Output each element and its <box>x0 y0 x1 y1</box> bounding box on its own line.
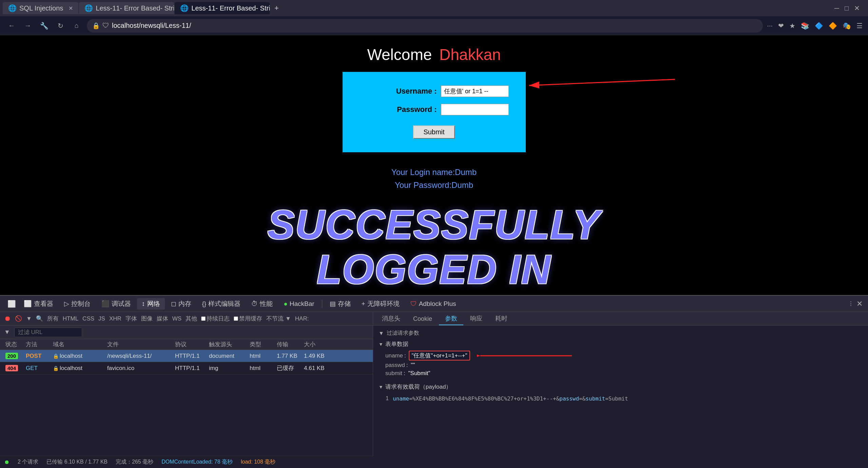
network-column-headers: 状态 方法 域名 文件 协议 触发源头 类型 传输 大小 <box>0 339 373 350</box>
col-file: 文件 <box>104 340 172 348</box>
tools-button[interactable]: 🔧 <box>38 20 50 32</box>
devtools-inspector[interactable]: ⬜ 查看器 <box>19 298 58 310</box>
url-filter-input[interactable] <box>14 328 82 337</box>
uname-key: uname <box>385 352 403 359</box>
tab-response[interactable]: 响应 <box>464 312 488 325</box>
domain-2: 🔒localhost <box>50 365 104 372</box>
tab-less11-1[interactable]: 🌐 Less-11- Error Based- String ✕ <box>79 2 174 14</box>
username-label: Username : <box>389 87 437 96</box>
filter-params-icon: ▼ <box>379 330 384 336</box>
maximize-button[interactable]: □ <box>845 4 849 12</box>
devtools-debugger[interactable]: ⬛ 调试器 <box>97 298 136 310</box>
menu-button[interactable]: ☰ <box>856 22 863 30</box>
record-button[interactable]: ⏺ <box>4 315 11 323</box>
password-input[interactable] <box>441 104 509 115</box>
refresh-button[interactable]: ↻ <box>54 20 66 32</box>
devtools-inspect-button[interactable]: ⬜ <box>5 298 18 310</box>
proto-1: HTTP/1.1 <box>172 353 206 359</box>
devtools-memory[interactable]: ◻ 内存 <box>166 298 196 310</box>
status-requests: 2 个请求 <box>18 459 38 466</box>
tab-timing[interactable]: 耗时 <box>489 312 514 325</box>
payload-text: uname=%XE4%BB%BB%E6%84%8F%E5%80%BC%27+or… <box>393 395 628 402</box>
network-row-post[interactable]: 200 POST 🔒localhost /newsqli/Less-11/ HT… <box>0 350 373 362</box>
file-1: /newsqli/Less-11/ <box>104 353 172 359</box>
welcome-red: Dhakkan <box>439 46 501 63</box>
uname-value: "任意值"+or+1=1+--+" <box>409 351 470 360</box>
accessibility-icon: + <box>362 300 365 308</box>
devtools-accessibility[interactable]: + 无障碍环境 <box>357 298 404 310</box>
extension2-icon[interactable]: 🔶 <box>829 22 837 30</box>
hackbar-icon: ● <box>284 300 287 308</box>
forward-button[interactable]: → <box>22 20 34 32</box>
address-bar[interactable]: 🔒 🛡 localhost/newsqli/Less-11/ <box>87 19 763 33</box>
performance-icon: ⏱ <box>251 300 258 308</box>
devtools-close-button[interactable]: ✕ <box>856 299 863 308</box>
more-button[interactable]: ··· <box>767 22 773 30</box>
tab-close-sql[interactable]: ✕ <box>69 5 73 12</box>
tab-less11-2[interactable]: 🌐 Less-11- Error Based- String ✕ <box>175 2 270 14</box>
tab-icon: 🌐 <box>180 4 189 12</box>
url-text: localhost/newsqli/Less-11/ <box>112 22 191 30</box>
uname-row: uname : "任意值"+or+1=1+--+" <box>379 350 863 361</box>
tab-icon: 🌐 <box>8 4 17 12</box>
devtools-performance[interactable]: ⏱ 性能 <box>247 298 277 310</box>
col-transfer: 传输 <box>274 340 301 348</box>
devtools-console[interactable]: ▷ 控制台 <box>59 298 95 310</box>
devtools-right-controls: ⋮ ✕ <box>848 299 863 308</box>
search-icon[interactable]: 🔍 <box>36 315 43 322</box>
devtools-style-editor[interactable]: {} 样式编辑器 <box>197 298 246 310</box>
extension3-icon[interactable]: 🎭 <box>843 22 851 30</box>
pocket-icon[interactable]: ❤ <box>778 22 784 30</box>
new-tab-button[interactable]: + <box>270 2 283 14</box>
devtools-storage[interactable]: ▤ 存储 <box>325 298 355 310</box>
tab-bar: 🌐 SQL Injections ✕ 🌐 Less-11- Error Base… <box>0 0 868 16</box>
bookmark-icon[interactable]: ★ <box>789 22 795 30</box>
form-data-section-header[interactable]: ▼ 表单数据 <box>379 340 863 348</box>
browser-chrome: 🌐 SQL Injections ✕ 🌐 Less-11- Error Base… <box>0 0 868 35</box>
clear-button[interactable]: 🚫 <box>15 315 22 322</box>
back-button[interactable]: ← <box>5 20 18 32</box>
devtools-panel: ⬜ ⬜ 查看器 ▷ 控制台 ⬛ 调试器 ↕ 网络 ◻ 内存 {} 样式编辑器 ⏱… <box>0 295 868 468</box>
devtools-options-button[interactable]: ⋮ <box>848 300 854 307</box>
filter-icon: ▼ <box>4 329 10 336</box>
library-icon[interactable]: 📚 <box>801 22 809 30</box>
section-arrow: ▼ <box>379 342 383 347</box>
tab-headers[interactable]: 消息头 <box>376 312 406 325</box>
devtools-adblock[interactable]: 🛡 Adblock Plus <box>406 299 461 309</box>
status-dom: DOMContentLoaded: 78 毫秒 <box>161 459 233 466</box>
col-domain: 域名 <box>50 340 104 348</box>
close-button[interactable]: ✕ <box>854 4 860 12</box>
tab-sql-injections[interactable]: 🌐 SQL Injections ✕ <box>3 2 78 14</box>
payload-section-header[interactable]: ▼ 请求有效载荷（payload） <box>379 383 863 391</box>
extension1-icon[interactable]: 🔷 <box>815 22 823 30</box>
style-icon: {} <box>202 300 207 308</box>
username-row: Username : <box>360 85 509 97</box>
login-form: Username : Password : Submit <box>343 72 526 152</box>
nav-bar: ← → 🔧 ↻ ⌂ 🔒 🛡 localhost/newsqli/Less-11/… <box>0 16 868 35</box>
submit-button[interactable]: Submit <box>413 125 455 139</box>
home-button[interactable]: ⌂ <box>71 20 83 32</box>
payload-arrow: ▼ <box>379 384 383 390</box>
username-input[interactable] <box>441 85 509 97</box>
size-2: 4.61 KB <box>301 365 328 372</box>
debugger-icon: ⬛ <box>101 300 110 308</box>
method-get: GET <box>23 365 50 372</box>
circle-icon: ⏺ <box>4 459 9 465</box>
persist-log-check[interactable]: 持续日志 <box>201 315 230 323</box>
password-label: Password : <box>389 105 437 114</box>
devtools-network[interactable]: ↕ 网络 <box>137 298 165 310</box>
disable-cache-check[interactable]: 禁用缓存 <box>234 315 262 323</box>
size-1: 1.49 KB <box>301 353 328 359</box>
network-row-get[interactable]: 404 GET 🔒localhost favicon.ico HTTP/1.1 … <box>0 362 373 374</box>
minimize-button[interactable]: ─ <box>834 4 839 12</box>
file-2: favicon.ico <box>104 365 172 372</box>
tab-cookie[interactable]: Cookie <box>407 313 438 325</box>
passwd-value: "" <box>411 362 415 369</box>
transfer-1: 1.77 KB <box>274 353 301 359</box>
tab-params[interactable]: 参数 <box>439 312 463 325</box>
devtools-body: ⏺ 🚫 ▼ 🔍 所有 HTML CSS JS XHR 字体 图像 媒体 WS 其… <box>0 312 868 468</box>
col-method: 方法 <box>23 340 50 348</box>
tab-icon: 🌐 <box>84 4 93 12</box>
password-text: Your Password:Dumb <box>391 179 477 192</box>
devtools-hackbar[interactable]: ● HackBar <box>279 299 319 309</box>
